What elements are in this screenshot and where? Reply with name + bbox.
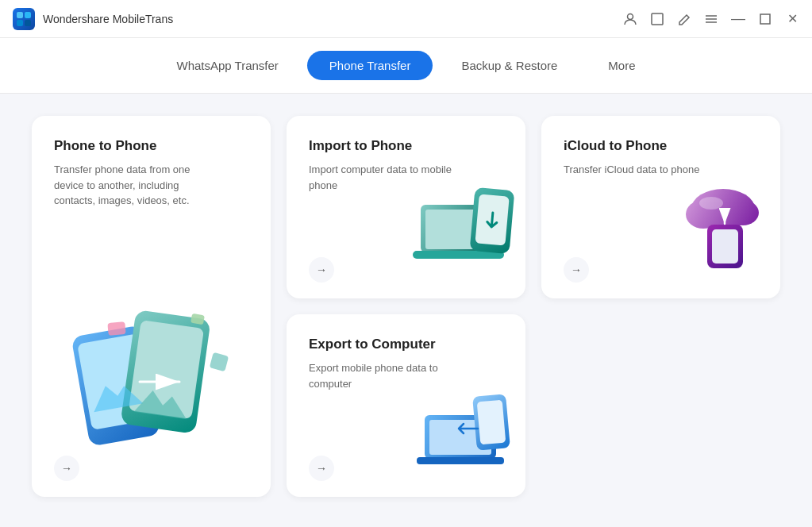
svg-rect-28: [712, 229, 738, 264]
card-import-arrow[interactable]: →: [309, 257, 334, 283]
main-content: Phone to Phone Transfer phone data from …: [0, 94, 812, 519]
card-export-arrow[interactable]: →: [309, 456, 334, 481]
close-button[interactable]: ✕: [785, 12, 799, 26]
card-phone-to-phone[interactable]: Phone to Phone Transfer phone data from …: [32, 116, 271, 497]
titlebar-left: Wondershare MobileTrans: [13, 8, 173, 30]
titlebar-controls: — ✕: [623, 12, 799, 26]
svg-rect-34: [477, 400, 506, 445]
svg-rect-9: [760, 14, 770, 24]
titlebar: Wondershare MobileTrans —: [0, 0, 812, 38]
svg-rect-0: [17, 12, 23, 18]
menu-icon[interactable]: [704, 12, 718, 26]
icloud-to-phone-illustration: [668, 173, 771, 260]
maximize-button[interactable]: [758, 12, 772, 26]
window-icon[interactable]: [650, 12, 664, 26]
card-import-title: Import to Phone: [309, 138, 503, 154]
import-to-phone-illustration: [413, 173, 516, 260]
nav-bar: WhatsApp Transfer Phone Transfer Backup …: [0, 38, 812, 94]
card-import-to-phone[interactable]: Import to Phone Import computer data to …: [287, 116, 525, 298]
card-icloud-to-phone[interactable]: iCloud to Phone Transfer iCloud data to …: [541, 116, 780, 298]
app-name: Wondershare MobileTrans: [43, 13, 173, 25]
svg-rect-15: [209, 352, 228, 371]
app-icon: [13, 8, 35, 30]
svg-rect-14: [107, 321, 125, 336]
svg-point-4: [628, 13, 633, 19]
svg-rect-2: [17, 20, 23, 26]
card-phone-to-phone-desc: Transfer phone data from one device to a…: [54, 162, 197, 209]
tab-more[interactable]: More: [586, 51, 657, 80]
minimize-button[interactable]: —: [731, 12, 745, 26]
edit-icon[interactable]: [677, 12, 691, 26]
svg-point-26: [699, 197, 723, 210]
tab-backup-restore[interactable]: Backup & Restore: [439, 51, 579, 80]
phone-to-phone-illustration: [56, 290, 263, 449]
card-icloud-arrow[interactable]: →: [564, 257, 589, 283]
card-export-to-computer[interactable]: Export to Computer Export mobile phone d…: [287, 314, 525, 497]
card-phone-to-phone-title: Phone to Phone: [54, 138, 248, 154]
export-to-computer-illustration: [413, 371, 516, 459]
tab-whatsapp-transfer[interactable]: WhatsApp Transfer: [154, 51, 300, 80]
svg-rect-1: [25, 12, 31, 18]
tab-phone-transfer[interactable]: Phone Transfer: [307, 51, 433, 80]
svg-rect-5: [652, 13, 663, 25]
card-phone-to-phone-arrow[interactable]: →: [54, 456, 79, 481]
card-icloud-title: iCloud to Phone: [564, 138, 758, 154]
card-export-title: Export to Computer: [309, 337, 503, 352]
account-icon[interactable]: [623, 12, 637, 26]
svg-rect-32: [417, 457, 504, 464]
svg-rect-3: [25, 20, 31, 26]
svg-point-25: [727, 200, 759, 225]
